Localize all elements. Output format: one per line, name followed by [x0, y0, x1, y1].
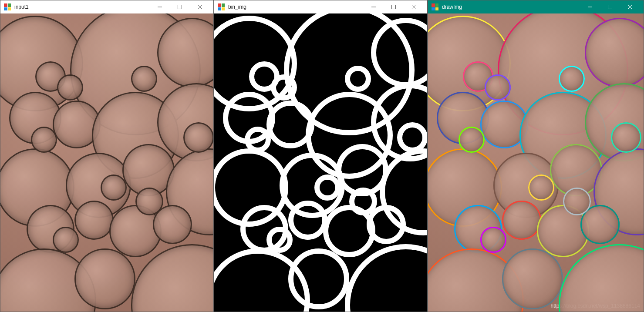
title-input1: input1 — [14, 4, 29, 10]
contour — [502, 201, 541, 240]
bin-contour — [288, 201, 327, 240]
contour — [611, 122, 641, 153]
bin-contour — [266, 227, 293, 253]
titlebar-bin-img[interactable]: bin_img — [214, 0, 427, 13]
contour — [528, 174, 554, 201]
close-button[interactable] — [620, 0, 640, 13]
minimize-button[interactable] — [364, 0, 384, 13]
bubble — [183, 122, 213, 153]
opencv-icon — [4, 3, 11, 10]
bubble — [53, 227, 79, 253]
close-button[interactable] — [190, 0, 210, 13]
window-controls — [580, 0, 640, 13]
bin-contour — [349, 188, 377, 215]
bin-contour — [271, 74, 297, 101]
opencv-icon — [432, 3, 438, 10]
maximize-button[interactable] — [384, 0, 404, 13]
close-button[interactable] — [404, 0, 424, 13]
titlebar-draw-img[interactable]: drawImg — [428, 0, 644, 13]
title-draw-img: drawImg — [442, 4, 462, 10]
svg-rect-5 — [392, 5, 396, 9]
window-controls — [150, 0, 210, 13]
bubble — [74, 248, 135, 309]
contour — [485, 74, 511, 101]
title-bin-img: bin_img — [228, 4, 246, 10]
bubble — [135, 188, 163, 215]
image-view-draw-img: https://blog.csdn.net/wsp_1138886114 — [428, 13, 644, 312]
svg-rect-1 — [178, 5, 182, 9]
window-input1: input1 — [0, 0, 214, 312]
bubble — [101, 174, 127, 201]
bubble — [31, 127, 57, 153]
opencv-icon — [218, 3, 225, 10]
image-view-input1 — [0, 13, 213, 312]
contour — [563, 188, 591, 215]
contour — [480, 227, 506, 253]
bubble — [131, 66, 157, 92]
svg-rect-9 — [608, 5, 612, 9]
window-controls — [364, 0, 424, 13]
bin-contour — [288, 248, 349, 309]
contour — [502, 248, 563, 309]
minimize-button[interactable] — [580, 0, 600, 13]
window-bin-img: bin_img — [214, 0, 428, 312]
bin-contour — [345, 66, 371, 92]
bin-contour — [245, 127, 271, 153]
contour — [559, 66, 585, 92]
contour — [459, 127, 485, 153]
titlebar-input1[interactable]: input1 — [0, 0, 213, 13]
window-draw-img: drawImg https://blog.csdn.net/wsp_113888… — [428, 0, 644, 312]
bubble — [57, 74, 83, 101]
maximize-button[interactable] — [170, 0, 190, 13]
maximize-button[interactable] — [600, 0, 620, 13]
bin-contour — [397, 122, 427, 153]
minimize-button[interactable] — [150, 0, 170, 13]
bin-contour — [314, 174, 341, 201]
image-view-bin-img — [214, 13, 427, 312]
bubble — [74, 201, 114, 240]
